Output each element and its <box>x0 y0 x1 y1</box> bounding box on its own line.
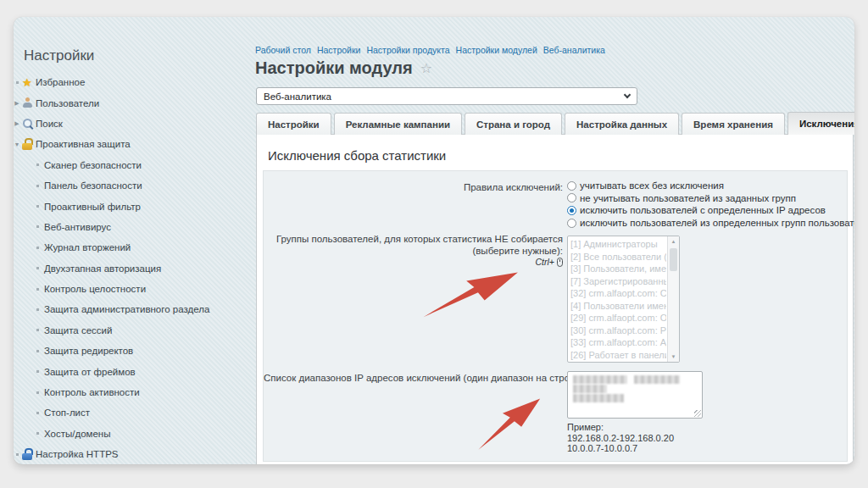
radio-button[interactable] <box>567 206 576 215</box>
listbox-option: [26] Работает в панели управ <box>568 349 666 362</box>
rules-label: Правила исключений: <box>264 182 563 194</box>
sidebar-item[interactable]: Защита от фреймов <box>14 361 246 381</box>
radio-label: учитывать всех без исключения <box>580 180 724 191</box>
radio-label: исключить пользователей с определенных I… <box>580 205 826 215</box>
radio-option[interactable]: исключить пользователей с определенных I… <box>567 204 854 217</box>
sidebar-item[interactable]: Журнал вторжений <box>14 237 246 258</box>
page-title-row: Настройки модуля ☆ <box>255 58 432 78</box>
listbox-option: [7] Зарегистрированные поль <box>568 275 666 288</box>
favorite-star-icon[interactable]: ☆ <box>420 60 432 76</box>
sidebar-item-label: Защита редиректов <box>44 346 133 356</box>
radio-button[interactable] <box>567 181 576 191</box>
sidebar-item[interactable]: Поиск <box>14 114 246 134</box>
tab-настройки[interactable]: Настройки <box>256 113 331 135</box>
sidebar-item[interactable]: Двухэтапная авторизация <box>14 258 246 279</box>
radio-button[interactable] <box>567 219 576 228</box>
radio-option[interactable]: исключить пользователей из определенных … <box>567 217 854 230</box>
sidebar-item-label: Проактивная защита <box>36 139 131 149</box>
bullet-icon <box>34 247 41 249</box>
sidebar: Настройки Избранное Пользователи Поиск П… <box>14 17 246 464</box>
bullet-icon <box>34 185 41 187</box>
breadcrumb-link[interactable]: Настройки <box>317 45 361 55</box>
sidebar-item[interactable]: Проактивный фильтр <box>14 196 246 216</box>
user-groups-listbox[interactable]: [1] Администраторы[2] Все пользователи (… <box>567 236 680 363</box>
tab-время-хранения[interactable]: Время хранения <box>682 113 785 135</box>
page-title: Настройки модуля <box>255 58 413 78</box>
sidebar-item[interactable]: Настройка HTTPS <box>14 444 246 464</box>
bullet-icon <box>34 225 41 228</box>
listbox-scrollbar[interactable]: ▲ ▼ <box>667 236 679 362</box>
rules-radio-group: учитывать всех без исключения не учитыва… <box>567 180 854 229</box>
radio-option[interactable]: учитывать всех без исключения <box>567 180 854 192</box>
exclusions-form: Правила исключений: учитывать всех без и… <box>263 170 848 462</box>
breadcrumb-link[interactable]: Рабочий стол <box>255 45 311 55</box>
scroll-down-icon[interactable]: ▼ <box>668 354 679 359</box>
radio-button[interactable] <box>567 193 576 202</box>
redacted-content <box>573 375 627 384</box>
tab-страна-и-город[interactable]: Страна и город <box>465 113 562 135</box>
sidebar-item[interactable]: Защита редиректов <box>14 341 246 361</box>
ip-example-label: Пример: <box>567 422 674 433</box>
listbox-option: [1] Администраторы <box>568 238 666 251</box>
sidebar-item-label: Избранное <box>36 77 85 87</box>
lock-gold-icon <box>22 138 33 151</box>
scroll-up-icon[interactable]: ▲ <box>668 239 679 244</box>
sidebar-item-label: Контроль активности <box>44 387 140 397</box>
bullet-icon <box>34 288 41 291</box>
tab-настройка-данных[interactable]: Настройка данных <box>565 113 679 135</box>
sidebar-item[interactable]: Стоп-лист <box>14 402 246 423</box>
radio-option[interactable]: не учитывать пользователей из заданных г… <box>567 192 854 205</box>
radio-label: исключить пользователей из определенных … <box>580 218 854 228</box>
listbox-options: [1] Администраторы[2] Все пользователи (… <box>568 238 666 361</box>
bullet-icon <box>14 453 20 456</box>
breadcrumb-link[interactable]: Настройки продукта <box>366 45 449 55</box>
listbox-option: [2] Все пользователи (в том ч <box>568 251 666 263</box>
sidebar-item-label: Сканер безопасности <box>44 160 142 170</box>
listbox-option: [33] crm.alfaopt.com: Админи <box>568 336 666 349</box>
ip-example: Пример: 192.168.0.2-192.168.0.20 10.0.0.… <box>567 422 674 454</box>
sidebar-item[interactable]: Избранное <box>14 72 246 92</box>
sidebar-item[interactable]: Проактивная защита <box>14 134 246 154</box>
listbox-option: [30] crm.alfaopt.com: Руковод <box>568 324 666 337</box>
breadcrumb-link[interactable]: Настройки модулей <box>456 45 537 55</box>
bullet-icon <box>34 205 41 208</box>
sidebar-item-label: Стоп-лист <box>44 408 90 418</box>
ip-ranges-textarea[interactable] <box>567 371 703 419</box>
sidebar-item[interactable]: Пользователи <box>14 92 246 113</box>
sidebar-item[interactable]: Панель безопасности <box>14 175 246 196</box>
sidebar-item-label: Веб-антивирус <box>44 222 111 232</box>
module-select[interactable]: Веб-аналитика <box>256 87 637 105</box>
bullet-icon <box>34 308 41 311</box>
search-icon <box>22 117 33 130</box>
sidebar-item[interactable]: Веб-антивирус <box>14 217 246 237</box>
ip-example-line: 10.0.0.7-10.0.0.7 <box>567 443 674 454</box>
sidebar-item[interactable]: Защита сессий <box>14 320 246 341</box>
sidebar-item-label: Защита от фреймов <box>44 367 136 377</box>
sidebar-item[interactable]: Сканер безопасности <box>14 155 246 175</box>
groups-hint: Ctrl+ <box>264 257 563 267</box>
sidebar-item[interactable]: Защита административного раздела <box>14 299 246 319</box>
sidebar-item[interactable]: Хосты/домены <box>14 424 246 444</box>
tab-исключения[interactable]: Исключения <box>787 112 854 135</box>
sidebar-item-label: Настройка HTTPS <box>36 449 119 459</box>
bullet-icon <box>34 350 41 352</box>
redacted-content <box>573 385 607 393</box>
ip-ranges-label: Список диапазонов IP адресов исключений … <box>264 373 563 385</box>
listbox-option: [3] Пользователи, имеющие п <box>568 263 666 275</box>
breadcrumb-link[interactable]: Веб-аналитика <box>543 45 605 55</box>
tab-strip: НастройкиРекламные кампанииСтрана и горо… <box>256 112 854 135</box>
sidebar-menu: Избранное Пользователи Поиск Проактивная… <box>14 72 246 464</box>
bullet-icon <box>34 412 41 414</box>
listbox-option: [4] Пользователи имеющие п <box>568 300 666 313</box>
ip-example-line: 192.168.0.2-192.168.0.20 <box>567 433 674 444</box>
sidebar-item[interactable]: Контроль активности <box>14 382 246 402</box>
sidebar-item-label: Защита сессий <box>44 325 112 336</box>
sidebar-item[interactable]: Контроль целостности <box>14 279 246 299</box>
bullet-icon <box>34 329 41 331</box>
tab-panel: Исключения сбора статистики Правила искл… <box>256 134 854 464</box>
sidebar-item-label: Поиск <box>36 119 63 129</box>
tab-рекламные-кампании[interactable]: Рекламные кампании <box>334 113 462 135</box>
scrollbar-thumb[interactable] <box>670 248 677 271</box>
listbox-option: [32] crm.alfaopt.com: Сотрудн <box>568 287 666 300</box>
sidebar-title: Настройки <box>24 47 94 64</box>
